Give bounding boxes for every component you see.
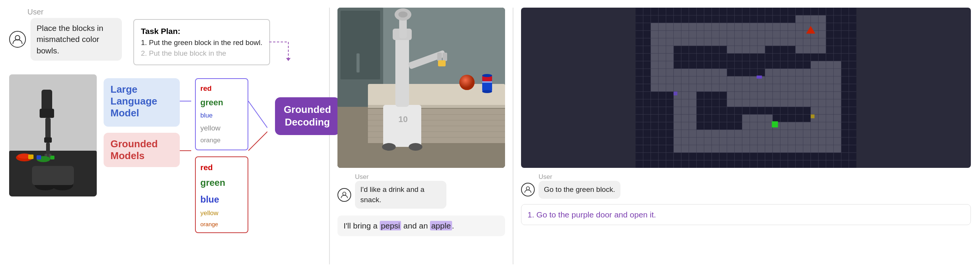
svg-line-24 <box>248 101 267 128</box>
token-list-area: red green blue yellow orange red green b… <box>195 78 248 233</box>
robot-image-box <box>9 74 97 196</box>
task-plan-title: Task Plan: <box>141 25 262 37</box>
token-yellow-grounded: yellow <box>200 208 243 219</box>
token-orange-grounded: orange <box>200 219 243 229</box>
task-plan-area: Task Plan: 1. Put the green block in the… <box>133 19 270 65</box>
svg-rect-19 <box>28 155 34 159</box>
svg-point-45 <box>409 143 422 151</box>
token-blue-llm: blue <box>200 110 243 122</box>
svg-point-50 <box>398 11 408 18</box>
user-icon-right <box>524 186 532 193</box>
avatar-left <box>9 31 26 48</box>
svg-rect-130 <box>674 92 678 95</box>
user-inner-right: Go to the green block. <box>521 181 620 199</box>
llm-token-list: red green blue yellow orange <box>195 78 248 150</box>
token-green-llm: green <box>200 95 243 110</box>
svg-point-61 <box>482 90 492 93</box>
response-highlight-apple: apple <box>430 221 452 230</box>
grounded-decoding-label: Grounded Decoding <box>284 104 331 128</box>
user-row-right: User Go to the green block. <box>521 173 971 199</box>
svg-rect-10 <box>46 143 50 154</box>
user-label-right: User <box>539 173 552 181</box>
avatar-right <box>521 183 535 196</box>
svg-rect-7 <box>40 109 54 118</box>
chat-area-right: User Go to the green block. 1. Go to the… <box>521 168 971 230</box>
token-red-llm: red <box>200 82 243 95</box>
token-green-grounded: green <box>200 174 243 191</box>
svg-text:10: 10 <box>398 114 408 124</box>
svg-rect-54 <box>438 60 446 66</box>
task-step1: 1. Put the green block in the red bowl. <box>141 37 262 48</box>
svg-rect-31 <box>341 11 380 79</box>
grounded-token-list: red green blue yellow orange <box>195 156 248 233</box>
user-label-left: User <box>27 8 43 16</box>
task-arrow-svg <box>269 38 300 61</box>
top-row: User Place the blocks in mismatched colo… <box>9 8 321 65</box>
game-map-svg <box>521 8 971 168</box>
grounded-box: GroundedModels <box>104 133 180 167</box>
svg-rect-8 <box>45 118 51 139</box>
svg-rect-53 <box>443 53 447 61</box>
svg-rect-15 <box>32 166 74 185</box>
svg-rect-59 <box>482 81 492 83</box>
user-row-left: Place the blocks in mismatched color bow… <box>9 18 122 61</box>
connector-lines-right <box>248 78 267 193</box>
llm-box: LargeLanguageModel <box>104 78 180 127</box>
svg-rect-71 <box>674 92 697 130</box>
llm-title: LargeLanguageModel <box>110 84 173 119</box>
svg-rect-129 <box>772 121 778 127</box>
response-post: . <box>452 221 454 230</box>
main-container: User Place the blocks in mismatched colo… <box>0 0 980 272</box>
left-panel: User Place the blocks in mismatched colo… <box>9 8 321 264</box>
svg-rect-42 <box>383 105 421 147</box>
user-section: User Place the blocks in mismatched colo… <box>9 8 122 61</box>
svg-point-60 <box>482 74 492 77</box>
token-blue-grounded: blue <box>200 191 243 208</box>
grounded-title: GroundedModels <box>110 138 173 162</box>
svg-rect-70 <box>674 69 727 92</box>
user-icon <box>12 34 23 45</box>
response-step-right: 1. Go to the purple door and open it. <box>528 210 656 219</box>
response-bubble-right: 1. Go to the purple door and open it. <box>521 204 971 225</box>
diagram-row: LargeLanguageModel GroundedModels red <box>9 74 321 265</box>
robot-arm-photo: 10 <box>337 8 505 168</box>
svg-rect-66 <box>651 23 674 92</box>
svg-rect-20 <box>37 155 41 159</box>
svg-rect-21 <box>50 156 54 159</box>
svg-rect-9 <box>44 137 52 143</box>
svg-point-132 <box>526 187 529 190</box>
right-panel: User Go to the green block. 1. Go to the… <box>521 8 971 264</box>
token-orange-llm: orange <box>200 135 243 146</box>
svg-marker-3 <box>286 58 291 61</box>
svg-rect-131 <box>811 114 815 118</box>
svg-rect-128 <box>757 76 762 79</box>
robot-arm-scene: 10 <box>337 8 505 168</box>
model-boxes: LargeLanguageModel GroundedModels <box>104 78 180 167</box>
game-map-box <box>521 8 971 168</box>
svg-point-44 <box>382 143 396 151</box>
user-speech-bubble-left: Place the blocks in mismatched color bow… <box>30 18 122 61</box>
svg-line-25 <box>248 132 267 151</box>
divider-2 <box>513 8 513 264</box>
user-speech-right: Go to the green block. <box>539 181 620 199</box>
svg-rect-46 <box>395 31 409 107</box>
task-step2: 2. Put the blue block in the <box>141 48 262 59</box>
svg-rect-52 <box>437 53 442 61</box>
robot-scene-svg <box>9 74 97 196</box>
token-red-grounded: red <box>200 160 243 175</box>
svg-point-56 <box>459 75 475 90</box>
svg-rect-32 <box>357 53 360 72</box>
user-col-right: User Go to the green block. <box>521 173 620 199</box>
connector-lines-left <box>180 78 191 193</box>
grounded-decoding-box: Grounded Decoding <box>275 97 340 135</box>
token-yellow-llm: yellow <box>200 122 243 135</box>
task-plan-box: Task Plan: 1. Put the green block in the… <box>133 19 270 65</box>
